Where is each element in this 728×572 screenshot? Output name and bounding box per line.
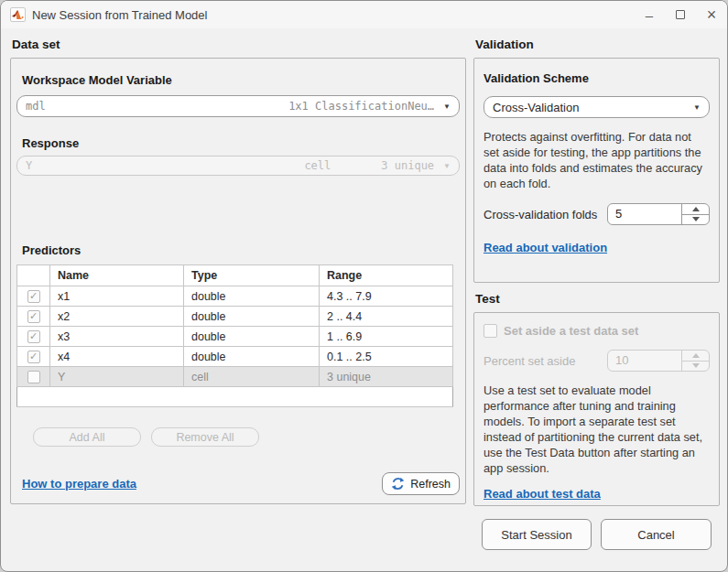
predictor-checkbox[interactable]: ✓ xyxy=(27,290,40,303)
cross-validation-folds-spinner[interactable]: 5 xyxy=(607,203,710,225)
refresh-button[interactable]: Refresh xyxy=(382,472,460,495)
predictor-row[interactable]: ✓x4double0.1 .. 2.5 xyxy=(17,347,453,367)
percent-set-aside-spinner[interactable]: 10 xyxy=(607,350,710,372)
spinner-down-button[interactable] xyxy=(682,214,709,225)
dataset-groupbox: Workspace Model Variable mdl 1x1 Classif… xyxy=(10,58,466,504)
column-header-name[interactable]: Name xyxy=(50,265,184,286)
validation-scheme-label: Validation Scheme xyxy=(484,71,710,85)
how-to-prepare-data-link[interactable]: How to prepare data xyxy=(22,477,136,491)
validation-groupbox: Validation Scheme Cross-Validation ▼ Pro… xyxy=(473,58,720,283)
window-title: New Session from Trained Model xyxy=(32,8,207,22)
response-value: Y xyxy=(26,159,32,172)
cancel-button[interactable]: Cancel xyxy=(601,519,712,550)
validation-section-title: Validation xyxy=(475,38,720,51)
predictor-range: 2 .. 4.4 xyxy=(320,307,453,327)
predictor-row[interactable]: ✓x2double2 .. 4.4 xyxy=(17,307,453,327)
workspace-variable-summary: 1x1 ClassificationNeu… xyxy=(288,100,434,113)
predictor-name: x3 xyxy=(50,327,184,347)
chevron-down-icon: ▼ xyxy=(443,162,451,170)
test-section-title: Test xyxy=(475,292,720,306)
matlab-logo-icon xyxy=(10,7,26,22)
predictor-name: x4 xyxy=(50,347,184,367)
set-aside-test-checkbox[interactable] xyxy=(484,324,497,338)
response-range: 3 unique xyxy=(381,159,434,172)
predictors-table: Name Type Range ✓x1double4.3 .. 7.9✓x2do… xyxy=(16,264,453,407)
start-session-button[interactable]: Start Session xyxy=(482,519,592,550)
chevron-down-icon: ▼ xyxy=(693,103,701,112)
cross-validation-folds-label: Cross-validation folds xyxy=(484,208,597,221)
spinner-down-button[interactable] xyxy=(682,361,709,372)
predictor-checkbox[interactable]: ✓ xyxy=(27,351,40,363)
folds-value: 5 xyxy=(608,204,681,224)
maximize-button[interactable] xyxy=(665,1,696,28)
predictor-type: cell xyxy=(184,367,320,387)
response-label: Response xyxy=(22,136,460,150)
validation-description: Protects against overfitting. For data n… xyxy=(484,129,710,191)
title-bar: New Session from Trained Model – × xyxy=(1,1,727,28)
percent-value: 10 xyxy=(608,351,681,371)
predictor-checkbox[interactable]: ✓ xyxy=(27,310,40,323)
predictor-range: 4.3 .. 7.9 xyxy=(320,286,453,307)
workspace-variable-dropdown[interactable]: mdl 1x1 ClassificationNeu… ▼ xyxy=(16,95,460,117)
predictor-type: double xyxy=(184,347,320,367)
predictor-row[interactable]: Ycell3 unique xyxy=(17,367,453,387)
predictor-range: 0.1 .. 2.5 xyxy=(320,347,453,367)
predictor-name: x1 xyxy=(50,286,184,307)
maximize-icon xyxy=(676,10,685,19)
test-description: Use a test set to evaluate model perform… xyxy=(484,383,710,476)
predictor-row[interactable]: ✓x3double1 .. 6.9 xyxy=(17,327,453,347)
validation-scheme-value: Cross-Validation xyxy=(493,101,579,114)
new-session-dialog: New Session from Trained Model – × Data … xyxy=(0,0,728,572)
predictor-checkbox[interactable]: ✓ xyxy=(27,330,40,343)
close-button[interactable]: × xyxy=(696,1,727,28)
predictor-type: double xyxy=(184,286,320,307)
predictors-header-row: Name Type Range xyxy=(17,265,453,286)
down-arrow-icon xyxy=(692,217,700,221)
predictor-name: Y xyxy=(50,367,184,387)
set-aside-test-label: Set aside a test data set xyxy=(504,324,638,338)
down-arrow-icon xyxy=(692,363,700,368)
dataset-section-title: Data set xyxy=(12,38,466,51)
workspace-variable-label: Workspace Model Variable xyxy=(22,73,460,87)
minimize-button[interactable]: – xyxy=(634,1,665,28)
chevron-down-icon: ▼ xyxy=(443,103,451,111)
predictor-row[interactable]: ✓x1double4.3 .. 7.9 xyxy=(17,286,453,307)
predictor-range: 3 unique xyxy=(320,367,453,387)
percent-set-aside-label: Percent set aside xyxy=(484,354,575,368)
test-groupbox: Set aside a test data set Percent set as… xyxy=(473,312,720,506)
add-all-button[interactable]: Add All xyxy=(33,427,141,447)
read-about-test-data-link[interactable]: Read about test data xyxy=(484,487,601,501)
empty-row xyxy=(17,387,453,407)
read-about-validation-link[interactable]: Read about validation xyxy=(484,241,607,254)
workspace-variable-value: mdl xyxy=(26,100,46,113)
predictor-range: 1 .. 6.9 xyxy=(320,327,453,347)
predictors-label: Predictors xyxy=(22,243,460,257)
up-arrow-icon xyxy=(692,207,700,211)
spinner-up-button[interactable] xyxy=(682,351,709,361)
spinner-up-button[interactable] xyxy=(682,204,709,214)
response-type: cell xyxy=(304,159,331,172)
refresh-icon xyxy=(391,477,405,491)
up-arrow-icon xyxy=(692,353,700,358)
predictor-name: x2 xyxy=(50,307,184,327)
validation-scheme-dropdown[interactable]: Cross-Validation ▼ xyxy=(484,96,710,118)
column-header-range[interactable]: Range xyxy=(320,265,453,286)
predictor-type: double xyxy=(184,307,320,327)
remove-all-button[interactable]: Remove All xyxy=(151,427,259,447)
response-dropdown[interactable]: Y cell 3 unique ▼ xyxy=(16,156,460,176)
refresh-label: Refresh xyxy=(410,478,451,491)
column-header-type[interactable]: Type xyxy=(184,265,320,286)
predictor-type: double xyxy=(184,327,320,347)
predictor-checkbox[interactable] xyxy=(27,371,40,383)
